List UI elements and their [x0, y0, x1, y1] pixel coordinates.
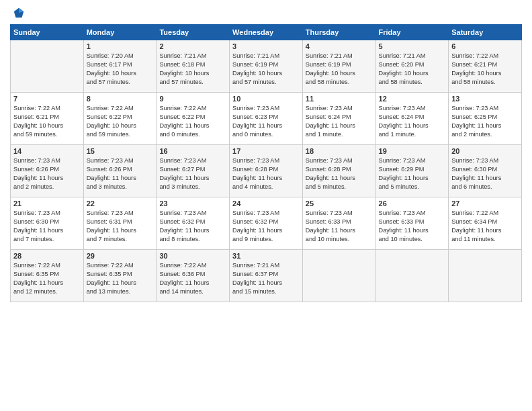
day-info: Sunrise: 7:22 AMSunset: 6:21 PMDaylight:…	[451, 52, 519, 87]
day-cell: 22Sunrise: 7:23 AMSunset: 6:31 PMDayligh…	[83, 197, 157, 250]
day-cell: 23Sunrise: 7:23 AMSunset: 6:32 PMDayligh…	[157, 197, 230, 250]
header-day-monday: Monday	[83, 25, 157, 40]
day-info: Sunrise: 7:23 AMSunset: 6:32 PMDaylight:…	[159, 209, 226, 244]
day-number: 18	[306, 147, 373, 155]
header-row: SundayMondayTuesdayWednesdayThursdayFrid…	[11, 25, 522, 40]
day-cell: 2Sunrise: 7:21 AMSunset: 6:18 PMDaylight…	[157, 40, 230, 93]
day-number: 31	[232, 252, 300, 260]
day-info: Sunrise: 7:21 AMSunset: 6:19 PMDaylight:…	[232, 52, 300, 87]
day-info: Sunrise: 7:22 AMSunset: 6:34 PMDaylight:…	[451, 209, 519, 244]
day-number: 25	[306, 199, 373, 208]
day-cell	[302, 250, 375, 302]
day-number: 21	[13, 199, 81, 208]
day-number: 4	[306, 42, 373, 50]
day-cell: 21Sunrise: 7:23 AMSunset: 6:30 PMDayligh…	[11, 197, 84, 250]
day-info: Sunrise: 7:23 AMSunset: 6:29 PMDaylight:…	[379, 156, 446, 191]
page: SundayMondayTuesdayWednesdayThursdayFrid…	[0, 0, 532, 411]
day-number: 13	[451, 95, 519, 103]
day-number: 20	[451, 147, 519, 155]
day-number: 27	[451, 199, 519, 208]
day-info: Sunrise: 7:23 AMSunset: 6:30 PMDaylight:…	[451, 156, 519, 191]
day-cell: 25Sunrise: 7:23 AMSunset: 6:33 PMDayligh…	[302, 197, 375, 250]
day-number: 1	[87, 42, 154, 50]
calendar-table: SundayMondayTuesdayWednesdayThursdayFrid…	[10, 24, 522, 302]
day-number: 14	[13, 147, 81, 155]
day-info: Sunrise: 7:23 AMSunset: 6:28 PMDaylight:…	[232, 156, 300, 191]
day-info: Sunrise: 7:23 AMSunset: 6:28 PMDaylight:…	[306, 156, 373, 191]
logo-text	[10, 7, 26, 19]
day-cell: 18Sunrise: 7:23 AMSunset: 6:28 PMDayligh…	[302, 145, 375, 197]
header	[10, 7, 522, 19]
day-info: Sunrise: 7:23 AMSunset: 6:26 PMDaylight:…	[87, 156, 154, 191]
day-cell: 30Sunrise: 7:22 AMSunset: 6:36 PMDayligh…	[157, 250, 230, 302]
day-number: 16	[159, 147, 226, 155]
day-cell: 8Sunrise: 7:22 AMSunset: 6:22 PMDaylight…	[83, 93, 157, 145]
day-number: 17	[232, 147, 300, 155]
day-info: Sunrise: 7:21 AMSunset: 6:18 PMDaylight:…	[159, 52, 226, 87]
day-info: Sunrise: 7:21 AMSunset: 6:19 PMDaylight:…	[306, 52, 373, 87]
header-day-friday: Friday	[375, 25, 449, 40]
day-info: Sunrise: 7:21 AMSunset: 6:20 PMDaylight:…	[379, 52, 446, 87]
day-number: 30	[159, 252, 226, 260]
day-info: Sunrise: 7:22 AMSunset: 6:21 PMDaylight:…	[13, 104, 81, 139]
day-info: Sunrise: 7:23 AMSunset: 6:26 PMDaylight:…	[13, 156, 81, 191]
day-number: 19	[379, 147, 446, 155]
day-info: Sunrise: 7:23 AMSunset: 6:33 PMDaylight:…	[379, 209, 446, 244]
day-number: 23	[159, 199, 226, 208]
week-row-5: 28Sunrise: 7:22 AMSunset: 6:35 PMDayligh…	[11, 250, 522, 302]
logo-icon	[13, 7, 25, 19]
day-number: 8	[87, 95, 154, 103]
day-cell: 12Sunrise: 7:23 AMSunset: 6:24 PMDayligh…	[375, 93, 449, 145]
day-number: 22	[87, 199, 154, 208]
day-cell	[375, 250, 449, 302]
header-day-sunday: Sunday	[11, 25, 84, 40]
day-info: Sunrise: 7:23 AMSunset: 6:33 PMDaylight:…	[306, 209, 373, 244]
day-number: 11	[306, 95, 373, 103]
day-info: Sunrise: 7:23 AMSunset: 6:23 PMDaylight:…	[232, 104, 300, 139]
day-cell: 6Sunrise: 7:22 AMSunset: 6:21 PMDaylight…	[449, 40, 522, 93]
day-cell: 5Sunrise: 7:21 AMSunset: 6:20 PMDaylight…	[375, 40, 449, 93]
day-number: 3	[232, 42, 300, 50]
day-number: 28	[13, 252, 81, 260]
day-cell: 11Sunrise: 7:23 AMSunset: 6:24 PMDayligh…	[302, 93, 375, 145]
day-cell: 26Sunrise: 7:23 AMSunset: 6:33 PMDayligh…	[375, 197, 449, 250]
day-cell: 24Sunrise: 7:23 AMSunset: 6:32 PMDayligh…	[230, 197, 303, 250]
day-info: Sunrise: 7:22 AMSunset: 6:35 PMDaylight:…	[87, 261, 154, 296]
day-number: 2	[159, 42, 226, 50]
day-cell	[449, 250, 522, 302]
day-number: 24	[232, 199, 300, 208]
day-number: 6	[451, 42, 519, 50]
header-day-saturday: Saturday	[449, 25, 522, 40]
day-cell: 9Sunrise: 7:22 AMSunset: 6:22 PMDaylight…	[157, 93, 230, 145]
day-number: 5	[379, 42, 446, 50]
header-day-tuesday: Tuesday	[157, 25, 230, 40]
day-number: 10	[232, 95, 300, 103]
day-info: Sunrise: 7:22 AMSunset: 6:22 PMDaylight:…	[159, 104, 226, 139]
day-cell: 4Sunrise: 7:21 AMSunset: 6:19 PMDaylight…	[302, 40, 375, 93]
day-info: Sunrise: 7:23 AMSunset: 6:30 PMDaylight:…	[13, 209, 81, 244]
logo	[10, 7, 26, 19]
day-info: Sunrise: 7:23 AMSunset: 6:32 PMDaylight:…	[232, 209, 300, 244]
day-info: Sunrise: 7:23 AMSunset: 6:27 PMDaylight:…	[159, 156, 226, 191]
day-cell	[11, 40, 84, 93]
day-cell: 19Sunrise: 7:23 AMSunset: 6:29 PMDayligh…	[375, 145, 449, 197]
day-cell: 16Sunrise: 7:23 AMSunset: 6:27 PMDayligh…	[157, 145, 230, 197]
week-row-1: 1Sunrise: 7:20 AMSunset: 6:17 PMDaylight…	[11, 40, 522, 93]
header-day-thursday: Thursday	[302, 25, 375, 40]
header-day-wednesday: Wednesday	[230, 25, 303, 40]
day-number: 26	[379, 199, 446, 208]
week-row-3: 14Sunrise: 7:23 AMSunset: 6:26 PMDayligh…	[11, 145, 522, 197]
day-cell: 1Sunrise: 7:20 AMSunset: 6:17 PMDaylight…	[83, 40, 157, 93]
day-info: Sunrise: 7:22 AMSunset: 6:35 PMDaylight:…	[13, 261, 81, 296]
day-cell: 15Sunrise: 7:23 AMSunset: 6:26 PMDayligh…	[83, 145, 157, 197]
day-info: Sunrise: 7:23 AMSunset: 6:31 PMDaylight:…	[87, 209, 154, 244]
day-number: 9	[159, 95, 226, 103]
day-cell: 10Sunrise: 7:23 AMSunset: 6:23 PMDayligh…	[230, 93, 303, 145]
week-row-4: 21Sunrise: 7:23 AMSunset: 6:30 PMDayligh…	[11, 197, 522, 250]
day-info: Sunrise: 7:20 AMSunset: 6:17 PMDaylight:…	[87, 52, 154, 87]
day-cell: 27Sunrise: 7:22 AMSunset: 6:34 PMDayligh…	[449, 197, 522, 250]
day-cell: 17Sunrise: 7:23 AMSunset: 6:28 PMDayligh…	[230, 145, 303, 197]
day-number: 29	[87, 252, 154, 260]
day-info: Sunrise: 7:21 AMSunset: 6:37 PMDaylight:…	[232, 261, 300, 296]
day-info: Sunrise: 7:22 AMSunset: 6:22 PMDaylight:…	[87, 104, 154, 139]
